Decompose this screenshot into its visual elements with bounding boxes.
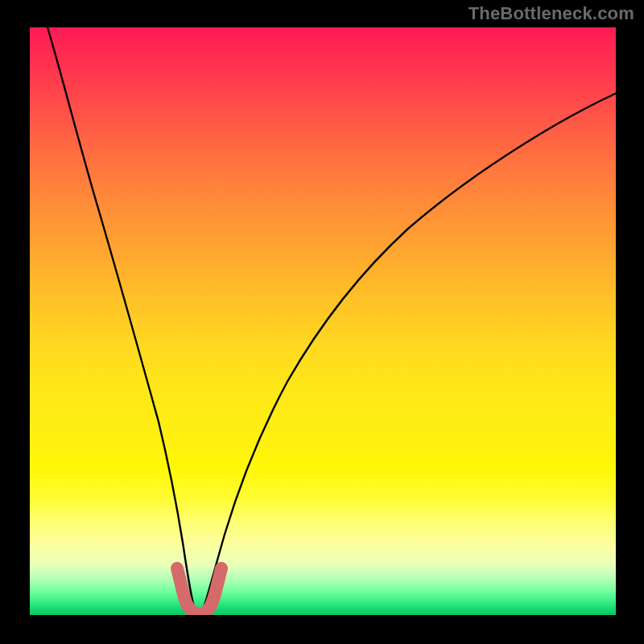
bottleneck-curve	[47, 27, 616, 614]
watermark-text: TheBottleneck.com	[469, 3, 634, 24]
chart-frame: TheBottleneck.com	[0, 0, 644, 644]
curve-overlay	[30, 27, 616, 615]
plot-area	[30, 27, 616, 615]
highlight-u-shape	[177, 568, 221, 614]
